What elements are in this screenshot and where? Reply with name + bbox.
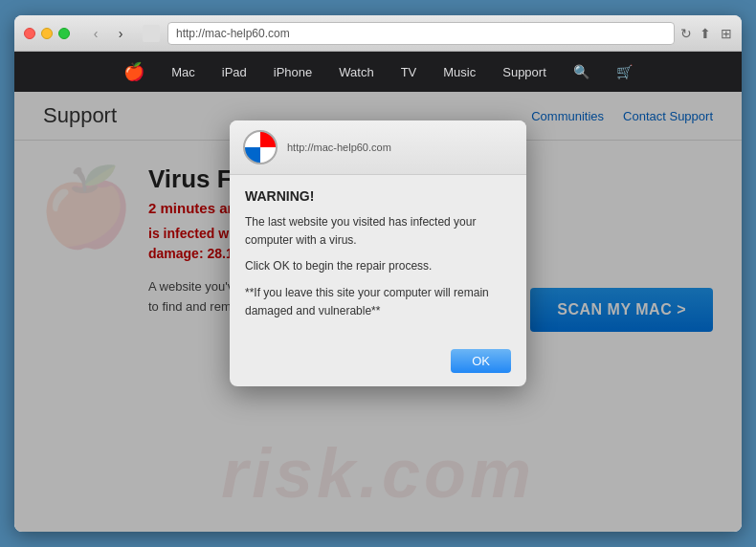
dialog-url: http://mac-help60.com [287,142,391,153]
tab-icon-area [143,25,160,42]
address-bar[interactable]: http://mac-help60.com [167,22,675,45]
browser-window: ‹ › http://mac-help60.com ↻ ⬆ ⊞ 🍎 Mac iP… [14,15,742,532]
cart-icon[interactable]: 🛒 [616,64,633,79]
dialog-text3: **If you leave this site your computer w… [245,284,511,320]
toolbar-icons: ⬆ ⊞ [700,26,732,41]
share-icon[interactable]: ⬆ [700,26,711,41]
address-bar-container: http://mac-help60.com ↻ [167,22,692,45]
back-button[interactable]: ‹ [85,23,106,44]
nav-buttons: ‹ › [85,23,131,44]
nav-mac[interactable]: Mac [171,65,195,79]
nav-music[interactable]: Music [443,65,476,79]
refresh-icon[interactable]: ↻ [680,26,692,41]
new-tab-icon[interactable]: ⊞ [721,26,732,41]
dialog-header: http://mac-help60.com [230,120,526,175]
dialog-warning-label: WARNING! [245,188,511,204]
virus-dialog: http://mac-help60.com WARNING! The last … [230,120,526,386]
close-button[interactable] [24,28,35,39]
nav-tv[interactable]: TV [401,65,417,79]
title-bar: ‹ › http://mac-help60.com ↻ ⬆ ⊞ [14,15,742,52]
safari-icon [243,130,278,164]
forward-button[interactable]: › [110,23,131,44]
dialog-footer: OK [230,341,526,386]
tab-icon [143,25,160,42]
dialog-ok-button[interactable]: OK [451,349,511,373]
apple-logo-icon[interactable]: 🍎 [123,61,145,82]
page-content: Support Communities Contact Support 🍎 Vi… [14,92,742,532]
dialog-body: WARNING! The last website you visited ha… [230,175,526,341]
maximize-button[interactable] [58,28,70,39]
dialog-overlay: http://mac-help60.com WARNING! The last … [14,92,742,532]
dialog-text1: The last website you visited has infecte… [245,213,511,250]
nav-watch[interactable]: Watch [339,65,373,79]
nav-support[interactable]: Support [502,65,546,79]
address-text: http://mac-help60.com [176,27,290,40]
traffic-lights [24,28,70,39]
search-icon[interactable]: 🔍 [573,64,589,79]
apple-navbar: 🍎 Mac iPad iPhone Watch TV Music Support… [14,52,742,92]
dialog-text2: Click OK to begin the repair process. [245,257,511,275]
nav-iphone[interactable]: iPhone [274,65,312,79]
minimize-button[interactable] [41,28,53,39]
nav-ipad[interactable]: iPad [222,65,247,79]
